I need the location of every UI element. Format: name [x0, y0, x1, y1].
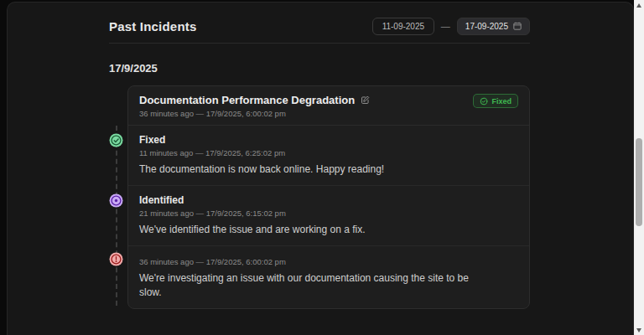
page-title: Past Incidents — [109, 19, 197, 34]
update-message: The documentation is now back online. Ha… — [139, 162, 491, 176]
incident-timestamp: 36 minutes ago — 17/9/2025, 6:00:02 pm — [139, 109, 370, 118]
date-to-input[interactable]: 17-09-2025 — [457, 18, 530, 35]
incident-card-header: Documentation Performance Degradation 36… — [128, 86, 529, 126]
incident-update: 36 minutes ago — 17/9/2025, 6:00:02 pm W… — [128, 246, 529, 307]
status-badge-label: Fixed — [491, 97, 512, 106]
updates: Fixed 11 minutes ago — 17/9/2025, 6:25:0… — [128, 126, 529, 308]
incident-update: Identified 21 minutes ago — 17/9/2025, 6… — [128, 186, 529, 246]
alert-circle-icon — [109, 252, 123, 266]
page-header: Past Incidents 11-09-2025 — 17-09-2025 — [109, 14, 530, 38]
incident-section: 17/9/2025 Documentation Performance Degr… — [109, 62, 530, 309]
header-divider — [109, 43, 530, 44]
timeline-connector — [116, 126, 117, 306]
date-from-input[interactable]: 11-09-2025 — [372, 18, 434, 35]
update-message: We're investigating an issue with our do… — [139, 271, 491, 298]
date-range-picker: 11-09-2025 — 17-09-2025 — [372, 18, 530, 35]
section-date-heading: 17/9/2025 — [109, 62, 530, 75]
search-circle-icon — [109, 193, 123, 208]
incident-title: Documentation Performance Degradation — [139, 94, 355, 106]
scrollbar-thumb[interactable] — [636, 138, 642, 226]
incident-card-wrap: Documentation Performance Degradation 36… — [109, 85, 530, 309]
calendar-icon[interactable] — [513, 22, 522, 30]
date-to-value: 17-09-2025 — [465, 22, 508, 31]
past-incidents-content: Past Incidents 11-09-2025 — 17-09-2025 — [109, 3, 530, 335]
date-range-separator: — — [441, 21, 450, 31]
update-timestamp: 21 minutes ago — 17/9/2025, 6:15:02 pm — [139, 209, 518, 218]
status-badge: Fixed — [473, 94, 518, 108]
scrollbar[interactable] — [634, 0, 644, 335]
check-circle-icon — [109, 133, 123, 147]
update-timestamp: 36 minutes ago — 17/9/2025, 6:00:02 pm — [139, 257, 518, 266]
update-status: Identified — [139, 194, 518, 206]
scroll-up-arrow[interactable] — [634, 0, 644, 10]
update-status: Fixed — [139, 134, 518, 146]
page-container: Past Incidents 11-09-2025 — 17-09-2025 — [7, 2, 634, 335]
sections: 17/9/2025 Documentation Performance Degr… — [109, 62, 530, 335]
incident-update: Fixed 11 minutes ago — 17/9/2025, 6:25:0… — [128, 126, 529, 186]
incident-card: Documentation Performance Degradation 36… — [127, 85, 530, 309]
update-message: We've identified the issue and are worki… — [139, 223, 491, 236]
scroll-down-arrow[interactable] — [634, 325, 644, 335]
check-circle-icon — [480, 97, 488, 106]
update-timestamp: 11 minutes ago — 17/9/2025, 6:25:02 pm — [139, 148, 518, 157]
edit-icon[interactable] — [361, 95, 370, 105]
